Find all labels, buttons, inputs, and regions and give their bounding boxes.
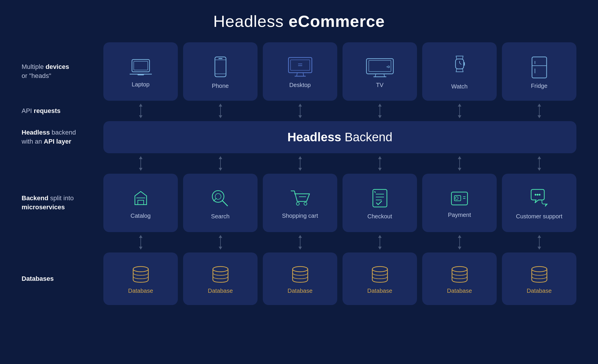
device-card-phone: Phone xyxy=(183,42,258,101)
databases-row: Database Database xyxy=(103,252,576,305)
service-card-payment: Payment xyxy=(422,174,497,232)
arrow-mid-4 xyxy=(343,156,417,171)
database-card-3: Database xyxy=(263,252,337,305)
tv-label: TV xyxy=(376,82,384,88)
phone-label: Phone xyxy=(212,83,229,89)
content-column: Laptop Phone xyxy=(103,42,576,305)
svg-point-50 xyxy=(213,267,228,272)
main-layout: Multiple devicesor "heads" API requests … xyxy=(22,42,576,305)
catalog-icon xyxy=(131,189,151,209)
arrow-mid-1 xyxy=(103,156,178,171)
database-card-5: Database xyxy=(422,252,497,305)
service-card-search: Search xyxy=(183,174,258,232)
arrow-db-3 xyxy=(263,235,337,250)
fridge-label: Fridge xyxy=(531,83,547,89)
database-icon-5 xyxy=(449,265,470,284)
arrow-db-2 xyxy=(183,235,258,250)
svg-line-9 xyxy=(297,73,297,76)
cart-label: Shopping cart xyxy=(282,213,318,219)
service-card-cart: Shopping cart xyxy=(263,174,337,232)
laptop-label: Laptop xyxy=(132,81,150,88)
database-card-4: Database xyxy=(343,252,417,305)
database-label-4: Database xyxy=(367,288,392,294)
mid-arrows-row xyxy=(103,153,576,174)
svg-line-17 xyxy=(384,74,385,77)
svg-point-34 xyxy=(296,202,299,205)
database-card-1: Database xyxy=(103,252,178,305)
tv-icon xyxy=(365,56,394,78)
svg-point-49 xyxy=(133,267,148,272)
arrow-mid-6 xyxy=(502,156,576,171)
label-databases: Databases xyxy=(22,252,98,305)
desktop-icon xyxy=(287,56,313,78)
services-row: Catalog Search xyxy=(103,174,576,232)
svg-point-35 xyxy=(304,202,307,205)
svg-line-23 xyxy=(460,63,461,65)
svg-line-10 xyxy=(303,73,304,76)
fridge-icon xyxy=(530,56,549,79)
service-card-checkout: Checkout xyxy=(343,174,417,232)
database-card-2: Database xyxy=(183,252,258,305)
database-card-6: Database xyxy=(502,252,576,305)
arrow-mid-3 xyxy=(263,156,337,171)
payment-label: Payment xyxy=(448,212,471,218)
device-card-tv: TV xyxy=(343,42,417,101)
support-label: Customer support xyxy=(516,213,562,220)
svg-rect-21 xyxy=(456,59,464,69)
label-arrows-db xyxy=(22,232,98,252)
arrow-api-1 xyxy=(103,104,178,118)
database-label-1: Database xyxy=(128,288,153,294)
svg-point-54 xyxy=(532,267,547,272)
svg-line-31 xyxy=(222,201,227,206)
label-api: API requests xyxy=(22,101,98,121)
api-arrows-row xyxy=(103,101,576,121)
svg-point-46 xyxy=(535,194,536,196)
svg-rect-6 xyxy=(218,58,222,59)
device-card-laptop: Laptop xyxy=(103,42,178,101)
laptop-icon xyxy=(129,57,152,78)
svg-rect-25 xyxy=(532,57,547,78)
svg-point-48 xyxy=(539,194,540,196)
database-label-5: Database xyxy=(447,288,472,294)
svg-point-52 xyxy=(372,267,387,272)
arrow-api-5 xyxy=(422,104,497,118)
backend-title: Headless Backend xyxy=(287,130,392,144)
arrow-db-6 xyxy=(502,235,576,250)
device-card-desktop: Desktop xyxy=(263,42,337,101)
backend-banner: Headless Backend xyxy=(103,121,576,153)
search-label: Search xyxy=(211,213,230,220)
label-arrows-mid xyxy=(22,153,98,174)
db-arrows-row xyxy=(103,232,576,252)
database-icon-1 xyxy=(131,265,151,284)
svg-point-43 xyxy=(455,197,458,200)
database-label-3: Database xyxy=(288,288,313,294)
svg-line-16 xyxy=(375,74,376,77)
label-devices: Multiple devicesor "heads" xyxy=(22,42,98,101)
catalog-label: Catalog xyxy=(131,213,151,219)
support-icon xyxy=(527,188,552,210)
arrow-mid-2 xyxy=(183,156,258,171)
svg-rect-8 xyxy=(291,60,310,70)
database-icon-3 xyxy=(290,265,310,284)
page-title: Headless eCommerce xyxy=(213,12,385,31)
database-icon-6 xyxy=(529,265,550,284)
arrow-api-6 xyxy=(502,104,576,118)
service-card-support: Customer support xyxy=(502,174,576,232)
device-card-watch: Watch xyxy=(422,42,497,101)
arrow-db-1 xyxy=(103,235,178,250)
search-icon xyxy=(209,188,231,210)
svg-point-19 xyxy=(388,66,390,68)
svg-rect-15 xyxy=(369,60,391,72)
service-card-catalog: Catalog xyxy=(103,174,178,232)
database-label-2: Database xyxy=(208,288,233,294)
svg-point-51 xyxy=(293,267,308,272)
device-card-fridge: Fridge xyxy=(502,42,576,101)
devices-row: Laptop Phone xyxy=(103,42,576,101)
database-icon-2 xyxy=(210,265,231,284)
database-label-6: Database xyxy=(527,288,552,294)
arrow-api-2 xyxy=(183,104,258,118)
arrow-mid-5 xyxy=(422,156,497,171)
checkout-icon xyxy=(370,188,390,210)
svg-rect-24 xyxy=(464,62,465,66)
svg-point-53 xyxy=(452,267,467,272)
